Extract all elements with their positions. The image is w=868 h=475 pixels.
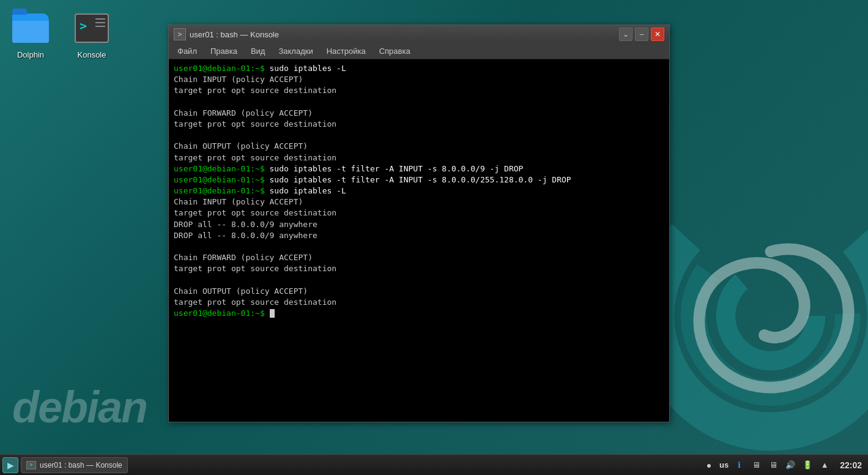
terminal-line-2: Chain INPUT (policy ACCEPT): [174, 74, 664, 85]
updates-icon[interactable]: ▲: [818, 458, 831, 472]
taskbar-konsole-icon: >: [26, 461, 36, 469]
titlebar-left: > user01 : bash — Konsole: [174, 28, 279, 40]
display-icon[interactable]: 🖥: [749, 458, 763, 472]
konsole-window-icon: >: [174, 28, 186, 40]
konsole-window-title: user01 : bash — Konsole: [190, 30, 279, 39]
keyboard-lang-indicator[interactable]: us: [719, 460, 729, 469]
terminal-line-7: [174, 130, 664, 141]
dolphin-icon-label: Dolphin: [17, 50, 44, 59]
desktop: debian Dolphin Konsole > user0: [0, 0, 868, 475]
terminal-line-12: user01@debian-01:~$ sudo iptables -L: [174, 185, 664, 196]
terminal-line-23: user01@debian-01:~$: [174, 308, 664, 319]
volume-icon[interactable]: 🔊: [784, 458, 797, 472]
info-icon[interactable]: ℹ: [732, 458, 746, 472]
battery-icon[interactable]: 🔋: [801, 458, 814, 472]
terminal-line-15: DROP all -- 8.0.0.0/9 anywhere: [174, 219, 664, 230]
terminal-line-17: [174, 241, 664, 252]
konsole-terminal-icon: [72, 9, 111, 48]
terminal-line-3: target prot opt source destination: [174, 85, 664, 96]
terminal-line-21: Chain OUTPUT (policy ACCEPT): [174, 286, 664, 297]
konsole-icon-label: Konsole: [78, 50, 106, 59]
terminal-line-1: user01@debian-01:~$ sudo iptables -L: [174, 63, 664, 74]
terminal-line-10: user01@debian-01:~$ sudo iptables -t fil…: [174, 163, 664, 174]
system-clock: 22:02: [836, 460, 866, 470]
debian-brand-text: debian: [12, 382, 147, 432]
dolphin-folder-icon: [11, 9, 50, 48]
konsole-icon[interactable]: Konsole: [67, 6, 116, 62]
terminal-line-11: user01@debian-01:~$ sudo iptables -t fil…: [174, 174, 664, 185]
window-minimize-button[interactable]: –: [635, 28, 648, 41]
start-button[interactable]: ▶: [2, 457, 18, 473]
window-dropdown-button[interactable]: ⌄: [619, 28, 632, 41]
menu-help[interactable]: Справка: [373, 45, 417, 57]
taskbar-konsole-label: user01 : bash — Konsole: [40, 461, 122, 469]
terminal-line-20: [174, 275, 664, 286]
konsole-window: > user01 : bash — Konsole ⌄ – ✕ Файл Пра…: [168, 24, 670, 422]
terminal-content[interactable]: user01@debian-01:~$ sudo iptables -L Cha…: [169, 59, 669, 422]
network-icon[interactable]: ●: [702, 458, 716, 472]
konsole-titlebar: > user01 : bash — Konsole ⌄ – ✕: [169, 25, 669, 43]
terminal-line-16: DROP all -- 8.0.0.0/9 anywhere: [174, 230, 664, 241]
window-close-button[interactable]: ✕: [651, 28, 664, 41]
taskbar: ▶ > user01 : bash — Konsole ● us ℹ 🖥 🖥 🔊…: [0, 454, 868, 475]
menu-settings[interactable]: Настройка: [321, 45, 372, 57]
taskbar-konsole-button[interactable]: > user01 : bash — Konsole: [21, 457, 128, 473]
display2-icon[interactable]: 🖥: [766, 458, 780, 472]
menu-view[interactable]: Вид: [245, 45, 272, 57]
system-tray: ● us ℹ 🖥 🖥 🔊 🔋 ▲: [702, 458, 831, 472]
terminal-line-9: target prot opt source destination: [174, 152, 664, 163]
terminal-line-22: target prot opt source destination: [174, 297, 664, 308]
terminal-line-13: Chain INPUT (policy ACCEPT): [174, 196, 664, 208]
desktop-icons-area: Dolphin Konsole: [6, 6, 116, 62]
terminal-line-14: target prot opt source destination: [174, 208, 664, 219]
konsole-menubar: Файл Правка Вид Закладки Настройка Справ…: [169, 43, 669, 59]
terminal-line-19: target prot opt source destination: [174, 263, 664, 274]
window-controls: ⌄ – ✕: [619, 28, 664, 41]
taskbar-left-area: ▶ > user01 : bash — Konsole: [2, 457, 128, 473]
menu-file[interactable]: Файл: [171, 45, 203, 57]
terminal-line-8: Chain OUTPUT (policy ACCEPT): [174, 141, 664, 152]
menu-bookmarks[interactable]: Закладки: [272, 45, 319, 57]
terminal-line-18: Chain FORWARD (policy ACCEPT): [174, 252, 664, 263]
taskbar-right-area: ● us ℹ 🖥 🖥 🔊 🔋 ▲ 22:02: [702, 458, 866, 472]
terminal-line-6: target prot opt source destination: [174, 119, 664, 130]
dolphin-icon[interactable]: Dolphin: [6, 6, 55, 62]
terminal-line-5: Chain FORWARD (policy ACCEPT): [174, 108, 664, 119]
menu-edit[interactable]: Правка: [204, 45, 243, 57]
terminal-line-4: [174, 97, 664, 108]
